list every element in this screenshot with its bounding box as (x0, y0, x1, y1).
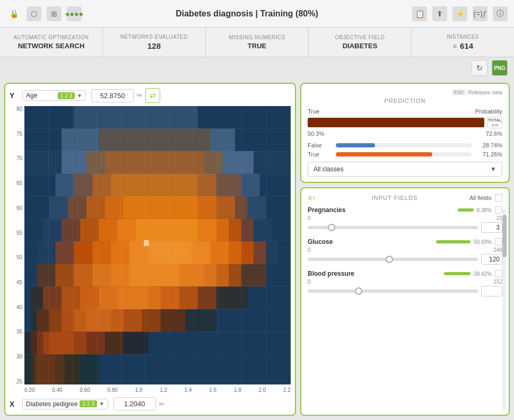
svg-rect-42 (129, 264, 179, 287)
prediction-panel: ESC Releases view PREDICTION True Probab… (300, 83, 510, 183)
blood-pressure-pct: 38.42% (474, 271, 492, 277)
classes-dropdown[interactable]: All classes ▼ (308, 162, 502, 177)
chart-area[interactable]: 0.20 0.40 0.60 0.80 1.0 1.2 1.4 1.6 1.8 … (24, 106, 291, 395)
pred-class-false-name: False (308, 142, 332, 148)
y-edit-icon[interactable]: ✏ (137, 92, 142, 99)
glucose-input[interactable] (481, 254, 502, 265)
pregnancies-input[interactable] (481, 222, 502, 233)
refresh-button[interactable]: ↻ (472, 60, 487, 76)
blood-pressure-slider-row (308, 286, 502, 296)
scrollbar-thumb[interactable] (502, 215, 507, 257)
pregnancies-slider-row (308, 222, 502, 233)
svg-rect-9 (105, 151, 204, 174)
svg-rect-67 (37, 354, 55, 384)
battery-icon[interactable]: ⚡ (452, 6, 467, 21)
copy-icon[interactable]: 📋 (412, 6, 427, 21)
esc-hint: ESC (452, 89, 466, 95)
x-tick: 2.0 (258, 387, 266, 397)
heatmap-svg (24, 106, 291, 384)
y-field-badge: 1 2 3 (58, 92, 75, 99)
pred-class-row-true: True 71.26% (308, 151, 502, 158)
blood-pressure-field: Blood pressure 38.42% 0 152 (308, 270, 502, 296)
scrollbar[interactable] (502, 209, 507, 410)
pred-main-bar-row: TOTAL ⟺ (308, 117, 502, 128)
x-field-badge: 1 2 3 (80, 400, 97, 407)
svg-rect-2 (74, 106, 197, 129)
glucose-max: 248 (493, 247, 502, 253)
pred-class-true-bar-container (336, 152, 472, 156)
x-edit-icon[interactable]: ✏ (159, 400, 164, 408)
lock-icon[interactable]: 🔒 (6, 6, 21, 21)
info-icon[interactable]: ⓘ (493, 6, 508, 21)
y-field-select[interactable]: Age 1 2 3 ▼ (22, 90, 86, 101)
objective-label: OBJECTIVE FIELD (335, 34, 385, 40)
png-export-button[interactable]: PNG (492, 60, 508, 76)
right-panels: ESC Releases view PREDICTION True Probab… (300, 83, 510, 416)
network-icon[interactable]: ⬡ (27, 6, 41, 21)
all-fields-checkbox[interactable] (495, 194, 502, 202)
blood-pressure-thumb[interactable] (355, 287, 362, 295)
x-tick: 0.80 (107, 387, 117, 397)
glucose-thumb[interactable] (386, 256, 393, 263)
total-ruler-icon: ⟺ (492, 122, 499, 128)
y-tick: 80 (10, 106, 22, 112)
pregnancies-max: 21 (496, 215, 502, 221)
blood-pressure-slider[interactable] (308, 290, 478, 293)
x-value-box: 1.2040 (114, 397, 156, 410)
y-refresh-icon[interactable]: ⇄ (145, 88, 160, 103)
instances-value: 614 (460, 41, 473, 50)
pregnancies-min: 0 (308, 215, 311, 221)
svg-rect-56 (86, 309, 111, 332)
pregnancies-bar (458, 208, 474, 212)
x-field-select[interactable]: Diabetes pedigree 1 2 3 ▼ (22, 399, 108, 409)
glucose-name: Glucose (308, 238, 436, 246)
glucose-min: 0 (308, 247, 311, 253)
prediction-title: PREDICTION (308, 98, 502, 104)
info-bar: AUTOMATIC OPTIMIZATION NETWORK SEARCH NE… (0, 28, 514, 57)
x-tick: 1.0 (135, 387, 143, 397)
blood-pressure-checkbox[interactable] (495, 270, 502, 277)
blood-pressure-bar (444, 272, 471, 275)
glucose-slider[interactable] (308, 258, 478, 261)
dots-icon[interactable]: ●●●● (67, 6, 82, 21)
pred-main-pct: 50.3% (308, 130, 324, 137)
y-value-box: 52.8750 (91, 89, 134, 102)
blood-pressure-input[interactable] (481, 286, 502, 296)
scrollbar-track (502, 209, 506, 410)
layers-icon[interactable]: ⊞ (47, 6, 62, 21)
svg-rect-35 (148, 241, 191, 264)
x-tick: 0.40 (52, 387, 62, 397)
instances-row: ≡ 614 (452, 41, 473, 50)
objective-value: DIABETES (343, 42, 378, 50)
formula-icon[interactable]: (=)ƒ (473, 6, 487, 21)
svg-rect-14 (111, 174, 197, 197)
y-tick: 55 (10, 230, 22, 236)
x-tick: 1.6 (209, 387, 216, 397)
sort-icon[interactable]: ≡↑ (308, 194, 316, 202)
pregnancies-name: Pregnancies (308, 206, 458, 214)
input-fields-panel: ≡↑ INPUT FIELDS All fields: Pregnancies … (300, 187, 510, 416)
all-fields-label: All fields: (469, 195, 493, 201)
blood-pressure-name: Blood pressure (308, 270, 444, 277)
x-tick: 2.2 (283, 387, 291, 397)
glucose-range: 0 248 (308, 247, 502, 253)
glucose-header: Glucose 50.69% (308, 238, 502, 246)
pred-class-false-pct: 28.74% (476, 142, 502, 148)
networks-label: NETWORKS EVALUATED (120, 34, 188, 40)
svg-rect-62 (49, 332, 74, 355)
upload-icon[interactable]: ⬆ (432, 6, 447, 21)
auto-opt-value: NETWORK SEARCH (18, 42, 85, 50)
pregnancies-checkbox[interactable] (495, 206, 502, 214)
missing-label: MISSING NUMERICS (229, 34, 285, 40)
x-axis-labels: 0.20 0.40 0.60 0.80 1.0 1.2 1.4 1.6 1.8 … (24, 386, 291, 397)
all-fields-container: All fields: (469, 194, 502, 202)
releases-text: Releases view (468, 90, 502, 95)
pregnancies-field: Pregnancies 6.38% 0 21 (308, 206, 502, 233)
blood-pressure-max: 152 (493, 279, 502, 285)
glucose-checkbox[interactable] (495, 238, 502, 246)
networks-value: 128 (147, 41, 161, 50)
pred-total-icon: TOTAL ⟺ (487, 117, 502, 128)
pregnancies-slider[interactable] (308, 226, 478, 229)
input-panel-title: INPUT FIELDS (320, 195, 469, 201)
pregnancies-thumb[interactable] (328, 224, 335, 231)
